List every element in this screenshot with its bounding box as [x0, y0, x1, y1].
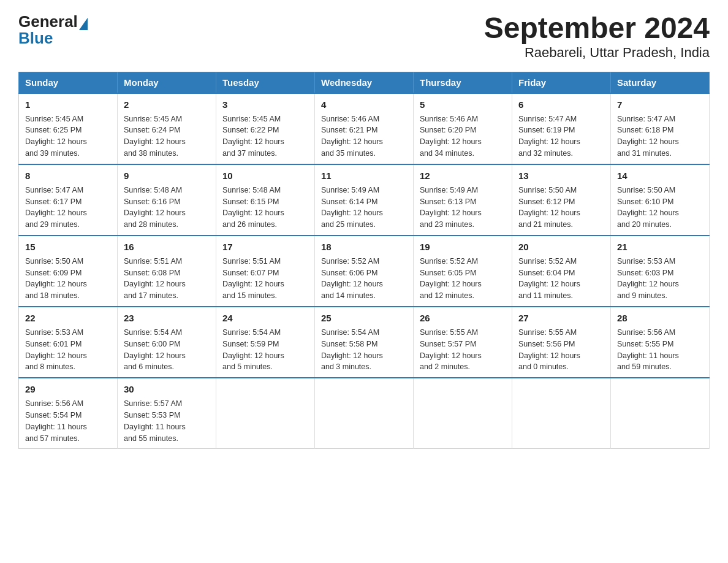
- day-info: Sunrise: 5:55 AM Sunset: 5:57 PM Dayligh…: [420, 328, 482, 372]
- header-day-sunday: Sunday: [19, 72, 118, 93]
- calendar-cell: [315, 378, 414, 449]
- calendar-subtitle: Raebareli, Uttar Pradesh, India: [484, 45, 710, 61]
- day-number: 19: [420, 240, 506, 254]
- day-number: 2: [124, 98, 210, 112]
- day-info: Sunrise: 5:46 AM Sunset: 6:21 PM Dayligh…: [321, 115, 383, 158]
- day-number: 20: [518, 240, 604, 254]
- calendar-cell: 8Sunrise: 5:47 AM Sunset: 6:17 PM Daylig…: [19, 164, 118, 236]
- calendar-week-1: 1Sunrise: 5:45 AM Sunset: 6:25 PM Daylig…: [19, 93, 710, 164]
- calendar-cell: 10Sunrise: 5:48 AM Sunset: 6:15 PM Dayli…: [216, 164, 315, 236]
- day-number: 6: [518, 98, 604, 112]
- header-row: SundayMondayTuesdayWednesdayThursdayFrid…: [19, 72, 710, 93]
- day-info: Sunrise: 5:54 AM Sunset: 5:59 PM Dayligh…: [222, 328, 284, 372]
- logo-blue-text: Blue: [18, 29, 88, 48]
- day-number: 30: [124, 383, 210, 396]
- day-number: 28: [617, 312, 703, 325]
- day-info: Sunrise: 5:55 AM Sunset: 5:56 PM Dayligh…: [518, 328, 580, 372]
- day-number: 12: [420, 169, 506, 183]
- day-info: Sunrise: 5:49 AM Sunset: 6:14 PM Dayligh…: [321, 186, 383, 229]
- day-number: 24: [222, 312, 308, 325]
- day-number: 18: [321, 240, 407, 254]
- day-number: 27: [518, 312, 604, 325]
- day-info: Sunrise: 5:45 AM Sunset: 6:22 PM Dayligh…: [222, 115, 284, 158]
- calendar-cell: 20Sunrise: 5:52 AM Sunset: 6:04 PM Dayli…: [512, 236, 611, 307]
- calendar-body: 1Sunrise: 5:45 AM Sunset: 6:25 PM Daylig…: [19, 93, 710, 449]
- header-day-monday: Monday: [118, 72, 216, 93]
- day-number: 17: [222, 240, 308, 254]
- calendar-cell: 26Sunrise: 5:55 AM Sunset: 5:57 PM Dayli…: [414, 307, 512, 378]
- calendar-cell: [611, 378, 710, 449]
- page-header: General Blue September 2024 Raebareli, U…: [18, 12, 710, 61]
- day-info: Sunrise: 5:54 AM Sunset: 6:00 PM Dayligh…: [124, 328, 186, 372]
- header-day-thursday: Thursday: [414, 72, 512, 93]
- header-day-tuesday: Tuesday: [216, 72, 315, 93]
- day-number: 3: [222, 98, 308, 112]
- day-info: Sunrise: 5:45 AM Sunset: 6:24 PM Dayligh…: [124, 115, 186, 158]
- calendar-cell: 14Sunrise: 5:50 AM Sunset: 6:10 PM Dayli…: [611, 164, 710, 236]
- day-info: Sunrise: 5:53 AM Sunset: 6:03 PM Dayligh…: [617, 257, 679, 301]
- day-number: 16: [124, 240, 210, 254]
- calendar-week-3: 15Sunrise: 5:50 AM Sunset: 6:09 PM Dayli…: [19, 236, 710, 307]
- day-number: 21: [617, 240, 703, 254]
- calendar-cell: 3Sunrise: 5:45 AM Sunset: 6:22 PM Daylig…: [216, 93, 315, 164]
- day-info: Sunrise: 5:56 AM Sunset: 5:54 PM Dayligh…: [25, 399, 87, 443]
- calendar-cell: 6Sunrise: 5:47 AM Sunset: 6:19 PM Daylig…: [512, 93, 611, 164]
- day-info: Sunrise: 5:53 AM Sunset: 6:01 PM Dayligh…: [25, 328, 87, 372]
- day-info: Sunrise: 5:48 AM Sunset: 6:15 PM Dayligh…: [222, 186, 284, 229]
- calendar-cell: 29Sunrise: 5:56 AM Sunset: 5:54 PM Dayli…: [19, 378, 118, 449]
- logo: General Blue: [18, 12, 88, 48]
- calendar-cell: 4Sunrise: 5:46 AM Sunset: 6:21 PM Daylig…: [315, 93, 414, 164]
- day-info: Sunrise: 5:50 AM Sunset: 6:12 PM Dayligh…: [518, 186, 580, 229]
- day-info: Sunrise: 5:54 AM Sunset: 5:58 PM Dayligh…: [321, 328, 383, 372]
- day-info: Sunrise: 5:45 AM Sunset: 6:25 PM Dayligh…: [25, 115, 87, 158]
- day-number: 29: [25, 383, 111, 396]
- calendar-title: September 2024: [484, 12, 710, 45]
- calendar-cell: 1Sunrise: 5:45 AM Sunset: 6:25 PM Daylig…: [19, 93, 118, 164]
- day-number: 9: [124, 169, 210, 183]
- calendar-header: SundayMondayTuesdayWednesdayThursdayFrid…: [19, 72, 710, 93]
- calendar-cell: 2Sunrise: 5:45 AM Sunset: 6:24 PM Daylig…: [118, 93, 216, 164]
- calendar-cell: 28Sunrise: 5:56 AM Sunset: 5:55 PM Dayli…: [611, 307, 710, 378]
- day-info: Sunrise: 5:47 AM Sunset: 6:19 PM Dayligh…: [518, 115, 580, 158]
- calendar-week-2: 8Sunrise: 5:47 AM Sunset: 6:17 PM Daylig…: [19, 164, 710, 236]
- calendar-cell: 30Sunrise: 5:57 AM Sunset: 5:53 PM Dayli…: [118, 378, 216, 449]
- day-info: Sunrise: 5:52 AM Sunset: 6:04 PM Dayligh…: [518, 257, 580, 301]
- calendar-cell: 16Sunrise: 5:51 AM Sunset: 6:08 PM Dayli…: [118, 236, 216, 307]
- calendar-cell: [216, 378, 315, 449]
- day-number: 26: [420, 312, 506, 325]
- day-number: 14: [617, 169, 703, 183]
- calendar-cell: 21Sunrise: 5:53 AM Sunset: 6:03 PM Dayli…: [611, 236, 710, 307]
- day-number: 23: [124, 312, 210, 325]
- day-number: 7: [617, 98, 703, 112]
- calendar-cell: 22Sunrise: 5:53 AM Sunset: 6:01 PM Dayli…: [19, 307, 118, 378]
- calendar-cell: [414, 378, 512, 449]
- day-info: Sunrise: 5:57 AM Sunset: 5:53 PM Dayligh…: [124, 399, 186, 443]
- title-section: September 2024 Raebareli, Uttar Pradesh,…: [484, 12, 710, 61]
- header-day-friday: Friday: [512, 72, 611, 93]
- day-info: Sunrise: 5:48 AM Sunset: 6:16 PM Dayligh…: [124, 186, 186, 229]
- calendar-cell: 23Sunrise: 5:54 AM Sunset: 6:00 PM Dayli…: [118, 307, 216, 378]
- day-info: Sunrise: 5:47 AM Sunset: 6:17 PM Dayligh…: [25, 186, 87, 229]
- day-info: Sunrise: 5:47 AM Sunset: 6:18 PM Dayligh…: [617, 115, 679, 158]
- calendar-cell: 15Sunrise: 5:50 AM Sunset: 6:09 PM Dayli…: [19, 236, 118, 307]
- day-number: 15: [25, 240, 111, 254]
- day-number: 1: [25, 98, 111, 112]
- day-info: Sunrise: 5:56 AM Sunset: 5:55 PM Dayligh…: [617, 328, 679, 372]
- day-info: Sunrise: 5:49 AM Sunset: 6:13 PM Dayligh…: [420, 186, 482, 229]
- day-number: 13: [518, 169, 604, 183]
- calendar-table: SundayMondayTuesdayWednesdayThursdayFrid…: [18, 72, 710, 450]
- day-info: Sunrise: 5:52 AM Sunset: 6:06 PM Dayligh…: [321, 257, 383, 301]
- calendar-cell: 7Sunrise: 5:47 AM Sunset: 6:18 PM Daylig…: [611, 93, 710, 164]
- calendar-week-4: 22Sunrise: 5:53 AM Sunset: 6:01 PM Dayli…: [19, 307, 710, 378]
- day-number: 4: [321, 98, 407, 112]
- logo-triangle-icon: [79, 18, 88, 30]
- calendar-cell: 9Sunrise: 5:48 AM Sunset: 6:16 PM Daylig…: [118, 164, 216, 236]
- day-number: 11: [321, 169, 407, 183]
- header-day-wednesday: Wednesday: [315, 72, 414, 93]
- calendar-cell: 25Sunrise: 5:54 AM Sunset: 5:58 PM Dayli…: [315, 307, 414, 378]
- calendar-cell: 12Sunrise: 5:49 AM Sunset: 6:13 PM Dayli…: [414, 164, 512, 236]
- day-number: 5: [420, 98, 506, 112]
- day-info: Sunrise: 5:46 AM Sunset: 6:20 PM Dayligh…: [420, 115, 482, 158]
- calendar-cell: 18Sunrise: 5:52 AM Sunset: 6:06 PM Dayli…: [315, 236, 414, 307]
- header-day-saturday: Saturday: [611, 72, 710, 93]
